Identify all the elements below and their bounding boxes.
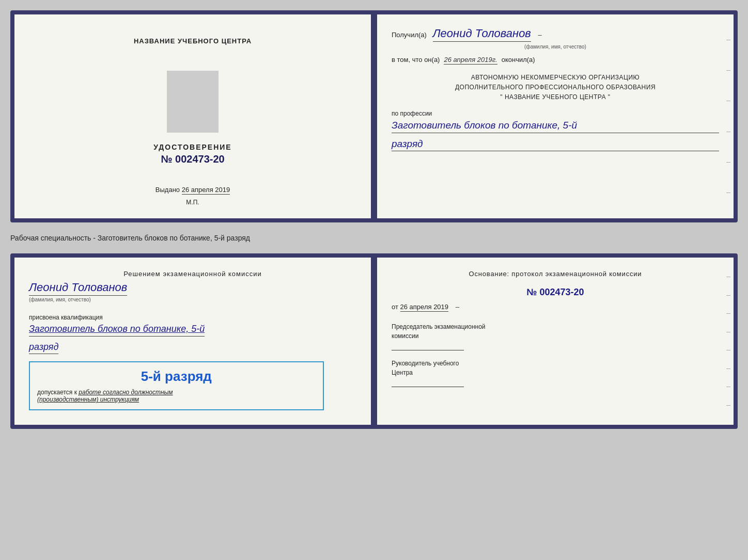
cert-title: УДОСТОВЕРЕНИЕ bbox=[153, 143, 231, 151]
okonchill-label: окончил(а) bbox=[502, 56, 535, 63]
edge-dash bbox=[726, 313, 730, 314]
mp-label: М.П. bbox=[186, 199, 199, 206]
edge-dash bbox=[726, 70, 730, 71]
dopusk-line: допускается к работе согласно должностны… bbox=[37, 389, 316, 396]
assigned-qual: Заготовитель блоков по ботанике, 5-й bbox=[29, 323, 205, 337]
received-name: Леонид Толованов bbox=[433, 27, 531, 42]
chairman-block: Председатель экзаменационной комиссии bbox=[392, 322, 719, 350]
blue-box: 5-й разряд допускается к работе согласно… bbox=[29, 361, 324, 410]
edge-dash bbox=[726, 387, 730, 387]
received-line: Получил(а) Леонид Толованов – bbox=[392, 27, 719, 42]
subtitle-text: Рабочая специальность - Заготовитель бло… bbox=[10, 232, 738, 244]
edge-dash bbox=[726, 332, 730, 332]
vtom-label: в том, что он(а) bbox=[392, 56, 440, 63]
ot-label: от bbox=[392, 303, 398, 311]
edge-dash bbox=[726, 295, 730, 296]
chairman-label2: комиссии bbox=[392, 332, 418, 340]
dopusk-line2: (производственным) инструкциям bbox=[37, 396, 316, 403]
osnov-line: Основание: протокол экзаменационной коми… bbox=[392, 270, 719, 278]
edge-dash bbox=[726, 277, 730, 277]
rukov-label: Руководитель учебного Центра bbox=[392, 359, 719, 377]
blue-box-title: 5-й разряд bbox=[37, 369, 316, 385]
fio-label-top: (фамилия, имя, отчество) bbox=[392, 44, 719, 50]
prot-number: № 002473-20 bbox=[392, 287, 719, 298]
org-block: АВТОНОМНУЮ НЕКОММЕРЧЕСКУЮ ОРГАНИЗАЦИЮ ДО… bbox=[392, 73, 719, 103]
right-edge-top bbox=[726, 14, 730, 218]
edge-dash bbox=[726, 101, 730, 101]
issued-line: Выдано 26 апреля 2019 bbox=[155, 186, 230, 194]
fio-label-bottom: (фамилия, имя, отчество) bbox=[29, 297, 91, 302]
rukov-sig-line bbox=[392, 387, 464, 387]
ot-date: 26 апреля 2019 bbox=[400, 303, 449, 312]
top-cert-left: НАЗВАНИЕ УЧЕБНОГО ЦЕНТРА УДОСТОВЕРЕНИЕ №… bbox=[14, 14, 372, 218]
top-certificate: НАЗВАНИЕ УЧЕБНОГО ЦЕНТРА УДОСТОВЕРЕНИЕ №… bbox=[10, 10, 738, 222]
bottom-certificate: Решением экзаменационной комиссии Леонид… bbox=[10, 253, 738, 429]
top-cert-right: Получил(а) Леонид Толованов – (фамилия, … bbox=[372, 14, 734, 218]
chairman-label: Председатель экзаменационной комиссии bbox=[392, 322, 719, 341]
cert-title-block: УДОСТОВЕРЕНИЕ № 002473-20 bbox=[153, 143, 231, 165]
chairman-sig-line bbox=[392, 350, 464, 350]
dopusk-value: работе согласно должностным bbox=[79, 389, 173, 396]
edge-dash bbox=[726, 40, 730, 40]
dopusk-label: допускается к bbox=[37, 389, 77, 396]
ot-block: от 26 апреля 2019 – bbox=[392, 303, 719, 312]
edge-dash bbox=[726, 405, 730, 406]
right-edge-bottom bbox=[726, 258, 730, 425]
decision-line: Решением экзаменационной комиссии bbox=[29, 270, 356, 278]
rukov-label2: Центра bbox=[392, 369, 413, 376]
vtom-date: 26 апреля 2019г. bbox=[444, 56, 497, 65]
edge-dash bbox=[726, 369, 730, 369]
razryad-bot: разряд bbox=[29, 342, 58, 354]
dopusk-value2: (производственным) инструкциям bbox=[37, 396, 139, 403]
decision-name: Леонид Толованов bbox=[29, 281, 127, 296]
issued-label: Выдано bbox=[155, 186, 180, 194]
issued-date: 26 апреля 2019 bbox=[182, 186, 230, 195]
rukov-label1: Руководитель учебного bbox=[392, 360, 459, 367]
org-line1: АВТОНОМНУЮ НЕКОММЕРЧЕСКУЮ ОРГАНИЗАЦИЮ bbox=[392, 73, 719, 83]
edge-dash bbox=[726, 132, 730, 132]
razryad-value-top: разряд bbox=[392, 138, 719, 151]
assigned-label: присвоена квалификация bbox=[29, 314, 103, 321]
institution-label: НАЗВАНИЕ УЧЕБНОГО ЦЕНТРА bbox=[134, 37, 252, 45]
org-line2: ДОПОЛНИТЕЛЬНОГО ПРОФЕССИОНАЛЬНОГО ОБРАЗО… bbox=[392, 83, 719, 92]
edge-dash bbox=[726, 350, 730, 350]
page-wrapper: НАЗВАНИЕ УЧЕБНОГО ЦЕНТРА УДОСТОВЕРЕНИЕ №… bbox=[10, 10, 738, 429]
edge-dash bbox=[726, 193, 730, 193]
chairman-label1: Председатель экзаменационной bbox=[392, 323, 486, 330]
bottom-cert-left: Решением экзаменационной комиссии Леонид… bbox=[14, 258, 372, 425]
profession-label: по профессии bbox=[392, 110, 719, 117]
received-label: Получил(а) bbox=[392, 31, 427, 39]
vtom-line: в том, что он(а) 26 апреля 2019г. окончи… bbox=[392, 56, 719, 65]
bottom-cert-right: Основание: протокол экзаменационной коми… bbox=[372, 258, 734, 425]
edge-dash bbox=[726, 162, 730, 163]
cert-number: № 002473-20 bbox=[153, 153, 231, 165]
profession-value: Заготовитель блоков по ботанике, 5-й bbox=[392, 119, 719, 134]
org-line3: " НАЗВАНИЕ УЧЕБНОГО ЦЕНТРА " bbox=[392, 92, 719, 102]
photo-placeholder bbox=[167, 71, 219, 133]
